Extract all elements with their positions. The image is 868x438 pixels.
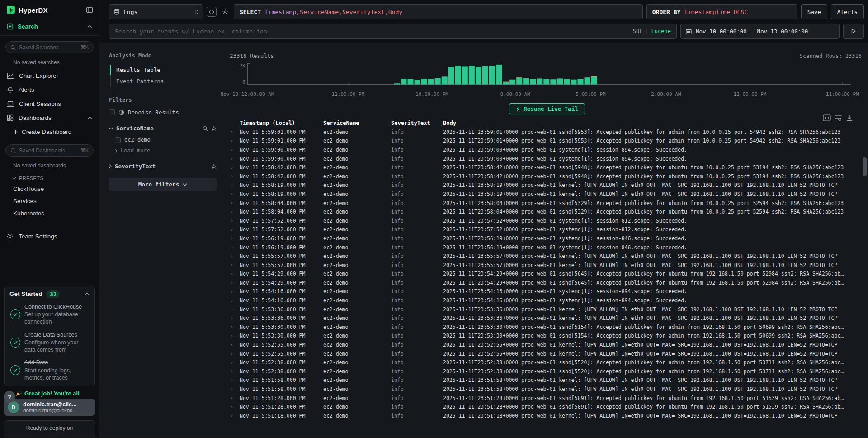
- table-row[interactable]: › Nov 11 5:54:16.000 PM ec2-demo info 20…: [226, 296, 868, 305]
- filter-group-servicename[interactable]: ServiceName: [109, 125, 217, 132]
- row-expand-chevron-icon[interactable]: ›: [226, 413, 240, 418]
- table-row[interactable]: › Nov 11 5:54:29.000 PM ec2-demo info 20…: [226, 270, 868, 279]
- sidebar-item-client-sessions[interactable]: Client Sessions: [0, 97, 99, 111]
- row-expand-chevron-icon[interactable]: ›: [226, 333, 240, 338]
- table-row[interactable]: › Nov 11 5:56:19.000 PM ec2-demo info 20…: [226, 234, 868, 243]
- alerts-button[interactable]: Alerts: [831, 4, 864, 19]
- time-range-picker[interactable]: Nov 10 00:00:00 - Nov 13 00:00:00: [680, 24, 840, 39]
- row-expand-chevron-icon[interactable]: ›: [226, 138, 240, 143]
- column-resize-grip[interactable]: ⋮: [439, 120, 444, 127]
- source-settings-gear-icon[interactable]: [220, 7, 230, 17]
- table-row[interactable]: › Nov 11 5:52:55.000 PM ec2-demo info 20…: [226, 349, 868, 358]
- sidebar-preset-clickhouse[interactable]: ClickHouse: [0, 183, 99, 195]
- row-expand-chevron-icon[interactable]: ›: [226, 218, 240, 223]
- language-toggle-lucene[interactable]: Lucene: [651, 28, 671, 34]
- row-expand-chevron-icon[interactable]: ›: [226, 236, 240, 241]
- table-row[interactable]: › Nov 11 5:53:36.000 PM ec2-demo info 20…: [226, 305, 868, 314]
- chevron-up-icon[interactable]: [85, 292, 90, 295]
- tab-event-patterns[interactable]: Event Patterns: [111, 76, 217, 87]
- create-dashboard-button[interactable]: Create Dashboard: [0, 125, 99, 139]
- run-query-button[interactable]: [843, 24, 864, 39]
- table-row[interactable]: › Nov 11 5:58:19.000 PM ec2-demo info 20…: [226, 181, 868, 190]
- row-expand-chevron-icon[interactable]: ›: [226, 271, 240, 276]
- user-menu[interactable]: D dominic.tran@clic... dominic.tran@clic…: [4, 399, 95, 416]
- table-row[interactable]: › Nov 11 5:58:04.000 PM ec2-demo info 20…: [226, 207, 868, 216]
- row-expand-chevron-icon[interactable]: ›: [226, 209, 240, 214]
- row-expand-chevron-icon[interactable]: ›: [226, 360, 240, 365]
- table-row[interactable]: › Nov 11 5:59:01.000 PM ec2-demo info 20…: [226, 128, 868, 137]
- saved-dashboards-input[interactable]: Saved Dashboards ⌘K: [5, 144, 94, 157]
- row-expand-chevron-icon[interactable]: ›: [226, 343, 240, 348]
- histogram-plot[interactable]: [247, 63, 851, 91]
- denoise-results-checkbox[interactable]: Denoise Results: [109, 109, 217, 116]
- search-icon[interactable]: [203, 126, 208, 131]
- table-row[interactable]: › Nov 11 5:57:52.000 PM ec2-demo info 20…: [226, 225, 868, 234]
- sidebar-preset-services[interactable]: Services: [0, 195, 99, 207]
- load-more-button[interactable]: Load more: [115, 148, 217, 154]
- order-by-input[interactable]: ORDER BY TimestampTime DESC: [646, 4, 797, 19]
- get-started-step-connect[interactable]: Connect to ClickHouse Set up your databa…: [9, 303, 90, 326]
- sidebar-item-team-settings[interactable]: Team Settings: [0, 229, 99, 243]
- language-toggle-sql[interactable]: SQL: [633, 28, 643, 34]
- row-expand-chevron-icon[interactable]: ›: [226, 174, 240, 179]
- table-scrollbar[interactable]: [863, 157, 867, 436]
- row-expand-chevron-icon[interactable]: ›: [226, 378, 240, 383]
- download-icon[interactable]: [846, 115, 853, 121]
- table-row[interactable]: › Nov 11 5:53:30.000 PM ec2-demo info 20…: [226, 323, 868, 332]
- column-resize-grip[interactable]: ⋮: [319, 120, 324, 127]
- sidebar-preset-kubernetes[interactable]: Kubernetes: [0, 207, 99, 219]
- row-expand-chevron-icon[interactable]: ›: [226, 298, 240, 303]
- table-row[interactable]: › Nov 11 5:52:55.000 PM ec2-demo info 20…: [226, 340, 868, 349]
- table-row[interactable]: › Nov 11 5:56:19.000 PM ec2-demo info 20…: [226, 243, 868, 252]
- chevron-up-icon[interactable]: [87, 116, 92, 119]
- table-row[interactable]: › Nov 11 5:51:18.000 PM ec2-demo info 20…: [226, 411, 868, 420]
- table-row[interactable]: › Nov 11 5:51:58.000 PM ec2-demo info 20…: [226, 385, 868, 394]
- sidebar-collapse-icon[interactable]: [86, 6, 93, 14]
- scrollbar-thumb[interactable]: [863, 157, 867, 176]
- row-expand-chevron-icon[interactable]: ›: [226, 387, 240, 392]
- sidebar-item-chart-explorer[interactable]: Chart Explorer: [0, 69, 99, 83]
- row-expand-chevron-icon[interactable]: ›: [226, 129, 240, 134]
- column-resize-grip[interactable]: ⋮: [387, 120, 392, 127]
- row-expand-chevron-icon[interactable]: ›: [226, 200, 240, 205]
- source-select[interactable]: Logs: [109, 4, 203, 19]
- table-row[interactable]: › Nov 11 5:53:36.000 PM ec2-demo info 20…: [226, 314, 868, 323]
- presets-toggle[interactable]: PRESETS: [0, 172, 99, 183]
- table-row[interactable]: › Nov 11 5:55:57.000 PM ec2-demo info 20…: [226, 252, 868, 261]
- table-row[interactable]: › Nov 11 5:52:38.000 PM ec2-demo info 20…: [226, 367, 868, 376]
- table-row[interactable]: › Nov 11 5:54:16.000 PM ec2-demo info 20…: [226, 287, 868, 296]
- row-expand-chevron-icon[interactable]: ›: [226, 191, 240, 196]
- chevron-up-icon[interactable]: [87, 25, 92, 28]
- row-expand-chevron-icon[interactable]: ›: [226, 227, 240, 232]
- row-expand-chevron-icon[interactable]: ›: [226, 156, 240, 161]
- sidebar-item-dashboards[interactable]: Dashboards: [0, 111, 99, 125]
- tab-results-table[interactable]: Results Table: [111, 64, 217, 76]
- table-row[interactable]: › Nov 11 5:58:42.000 PM ec2-demo info 20…: [226, 163, 868, 172]
- table-row[interactable]: › Nov 11 5:51:28.000 PM ec2-demo info 20…: [226, 402, 868, 411]
- table-row[interactable]: › Nov 11 5:58:04.000 PM ec2-demo info 20…: [226, 199, 868, 208]
- table-row[interactable]: › Nov 11 5:53:30.000 PM ec2-demo info 20…: [226, 332, 868, 341]
- row-expand-chevron-icon[interactable]: ›: [226, 147, 240, 152]
- row-expand-chevron-icon[interactable]: ›: [226, 254, 240, 259]
- table-row[interactable]: › Nov 11 5:58:19.000 PM ec2-demo info 20…: [226, 190, 868, 199]
- more-filters-button[interactable]: More filters: [109, 178, 217, 191]
- row-expand-chevron-icon[interactable]: ›: [226, 316, 240, 321]
- get-started-step-sources[interactable]: Create Data Sources Configure where your…: [9, 331, 90, 354]
- resume-live-tail-button[interactable]: Resume Live Tail: [509, 103, 585, 114]
- row-expand-chevron-icon[interactable]: ›: [226, 395, 240, 400]
- row-expand-chevron-icon[interactable]: ›: [226, 324, 240, 329]
- row-expand-chevron-icon[interactable]: ›: [226, 405, 240, 409]
- sidebar-item-search[interactable]: Search: [0, 19, 99, 36]
- table-row[interactable]: › Nov 11 5:52:38.000 PM ec2-demo info 20…: [226, 358, 868, 367]
- row-expand-chevron-icon[interactable]: ›: [226, 289, 240, 294]
- filter-option-ec2-demo[interactable]: ec2-demo: [115, 137, 217, 143]
- row-expand-chevron-icon[interactable]: ›: [226, 165, 240, 170]
- table-row[interactable]: › Nov 11 5:51:28.000 PM ec2-demo info 20…: [226, 394, 868, 403]
- save-button[interactable]: Save: [801, 4, 827, 19]
- pin-icon[interactable]: [211, 164, 217, 169]
- table-row[interactable]: › Nov 11 5:59:00.000 PM ec2-demo info 20…: [226, 145, 868, 154]
- table-row[interactable]: › Nov 11 5:57:52.000 PM ec2-demo info 20…: [226, 216, 868, 225]
- table-row[interactable]: › Nov 11 5:54:29.000 PM ec2-demo info 20…: [226, 278, 868, 287]
- expand-columns-icon[interactable]: [823, 114, 831, 121]
- table-row[interactable]: › Nov 11 5:55:57.000 PM ec2-demo info 20…: [226, 261, 868, 270]
